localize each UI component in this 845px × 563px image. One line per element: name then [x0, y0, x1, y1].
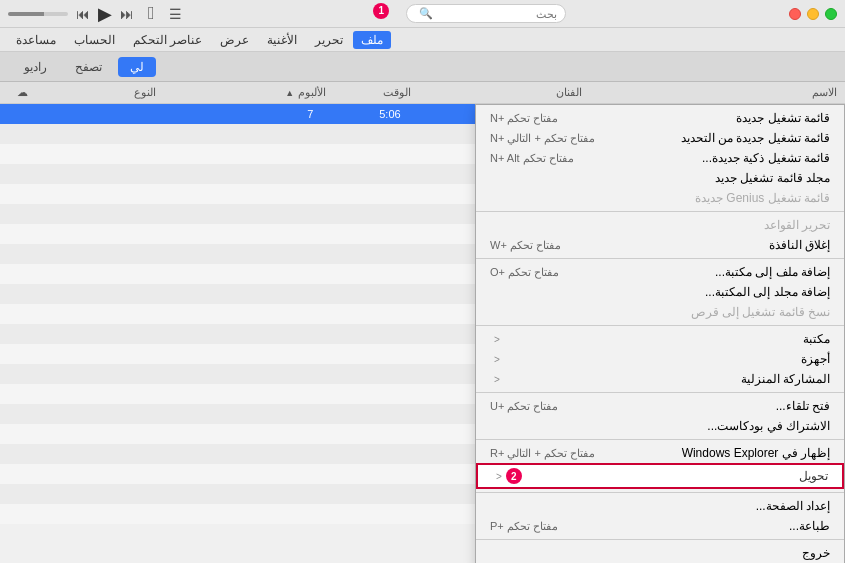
menu-item-song[interactable]: الأغنية — [259, 31, 305, 49]
dropdown-section-library: إضافة ملف إلى مكتبة... O+ مفتاح تحكم إضا… — [476, 259, 844, 326]
col-header-album: الألبوم ▲ — [156, 86, 326, 99]
dropdown-item-devices[interactable]: أجهزة < — [476, 349, 844, 369]
file-dropdown-menu: قائمة تشغيل جديدة N+ مفتاح تحكم قائمة تش… — [475, 104, 845, 563]
apple-logo:  — [148, 3, 155, 24]
dropdown-section-print: إعداد الصفحة... طباعة... P+ مفتاح تحكم — [476, 493, 844, 540]
col-header-time: الوقت — [326, 86, 411, 99]
dropdown-item-close-window[interactable]: إغلاق النافذة W+ مفتاح تحكم — [476, 235, 844, 255]
dropdown-section-exit: خروج — [476, 540, 844, 563]
playback-area: ⏮ ▶ ⏭  ☰ — [8, 3, 184, 25]
search-input[interactable] — [433, 8, 557, 20]
maximize-button[interactable] — [825, 8, 837, 20]
badge-1: 1 — [373, 3, 389, 19]
menu-item-file[interactable]: ملف — [353, 31, 391, 49]
menu-bar: ملف 1 تحرير الأغنية عرض عناصر التحكم الح… — [0, 28, 845, 52]
table-header: الاسم الفنان الوقت الألبوم ▲ النوع ☁ — [0, 82, 845, 104]
search-bar[interactable]: 🔍 — [406, 4, 566, 23]
menu-item-help[interactable]: مساعدة — [8, 31, 64, 49]
tab-radio[interactable]: راديو — [12, 57, 59, 77]
window-controls — [789, 8, 837, 20]
col-header-name: الاسم — [582, 86, 837, 99]
rewind-button[interactable]: ⏮ — [74, 4, 92, 24]
dropdown-item-convert[interactable]: تحويل 2 < — [476, 463, 844, 489]
dropdown-item-print[interactable]: طباعة... P+ مفتاح تحكم — [476, 516, 844, 536]
close-button[interactable] — [789, 8, 801, 20]
dropdown-item-exit[interactable]: خروج — [476, 543, 844, 563]
nav-tabs: لي تصفح راديو — [0, 52, 845, 82]
dropdown-section-submenus: مكتبة < أجهزة < المشاركة المنزلية < — [476, 326, 844, 393]
menu-icon[interactable]: ☰ — [167, 4, 184, 24]
fast-forward-button[interactable]: ⏭ — [118, 4, 136, 24]
search-icon: 🔍 — [419, 7, 433, 20]
dropdown-section-explorer: إظهار في Windows Explorer R+ مفتاح تحكم … — [476, 440, 844, 493]
badge-2: 2 — [506, 468, 522, 484]
dropdown-item-new-playlist[interactable]: قائمة تشغيل جديدة N+ مفتاح تحكم — [476, 108, 844, 128]
menu-item-edit[interactable]: تحرير — [307, 31, 351, 49]
sort-arrow: ▲ — [285, 88, 294, 98]
col-header-artist: الفنان — [411, 86, 581, 99]
col-header-kind: النوع — [28, 86, 156, 99]
dropdown-item-edit-rules: تحرير القواعد — [476, 215, 844, 235]
dropdown-item-genius-playlist: قائمة تشغيل Genius جديدة — [476, 188, 844, 208]
volume-slider[interactable] — [8, 12, 68, 16]
tab-browse[interactable]: تصفح — [63, 57, 114, 77]
dropdown-item-library[interactable]: مكتبة < — [476, 329, 844, 349]
title-bar: 🔍 ⏮ ▶ ⏭  ☰ — [0, 0, 845, 28]
tab-for-you[interactable]: لي — [118, 57, 156, 77]
dropdown-section-new: قائمة تشغيل جديدة N+ مفتاح تحكم قائمة تش… — [476, 105, 844, 212]
playback-controls: ⏮ ▶ ⏭ — [8, 3, 136, 25]
dropdown-item-burn-playlist: نسخ قائمة تشغيل إلى قرص — [476, 302, 844, 322]
play-button[interactable]: ▶ — [98, 3, 112, 25]
dropdown-section-window: تحرير القواعد إغلاق النافذة W+ مفتاح تحك… — [476, 212, 844, 259]
dropdown-item-open[interactable]: فتح تلقاء... U+ مفتاح تحكم — [476, 396, 844, 416]
content-area: Nancy Ajram 5:06 7 قائمة تشغيل جديد — [0, 104, 845, 563]
col-cloud-icon: ☁ — [8, 86, 28, 99]
dropdown-item-subscribe-podcast[interactable]: الاشتراك في بودكاست... — [476, 416, 844, 436]
menu-item-controls[interactable]: عناصر التحكم — [125, 31, 210, 49]
dropdown-item-show-in-explorer[interactable]: إظهار في Windows Explorer R+ مفتاح تحكم … — [476, 443, 844, 463]
dropdown-item-home-sharing[interactable]: المشاركة المنزلية < — [476, 369, 844, 389]
menu-item-view[interactable]: عرض — [212, 31, 257, 49]
file-menu-wrapper: ملف 1 — [353, 31, 391, 49]
dropdown-item-page-setup[interactable]: إعداد الصفحة... — [476, 496, 844, 516]
dropdown-item-new-folder[interactable]: مجلد قائمة تشغيل جديد — [476, 168, 844, 188]
dropdown-section-open: فتح تلقاء... U+ مفتاح تحكم الاشتراك في ب… — [476, 393, 844, 440]
dropdown-item-add-folder[interactable]: إضافة مجلد إلى المكتبة... — [476, 282, 844, 302]
cell-album: 7 — [139, 108, 314, 120]
cell-time: 5:06 — [313, 108, 400, 120]
dropdown-item-smart-playlist[interactable]: قائمة تشغيل ذكية جديدة... N+ Alt مفتاح ت… — [476, 148, 844, 168]
dropdown-item-new-from-selection[interactable]: قائمة تشغيل جديدة من التحديد N+ مفتاح تح… — [476, 128, 844, 148]
minimize-button[interactable] — [807, 8, 819, 20]
menu-item-account[interactable]: الحساب — [66, 31, 123, 49]
dropdown-item-add-file[interactable]: إضافة ملف إلى مكتبة... O+ مفتاح تحكم — [476, 262, 844, 282]
